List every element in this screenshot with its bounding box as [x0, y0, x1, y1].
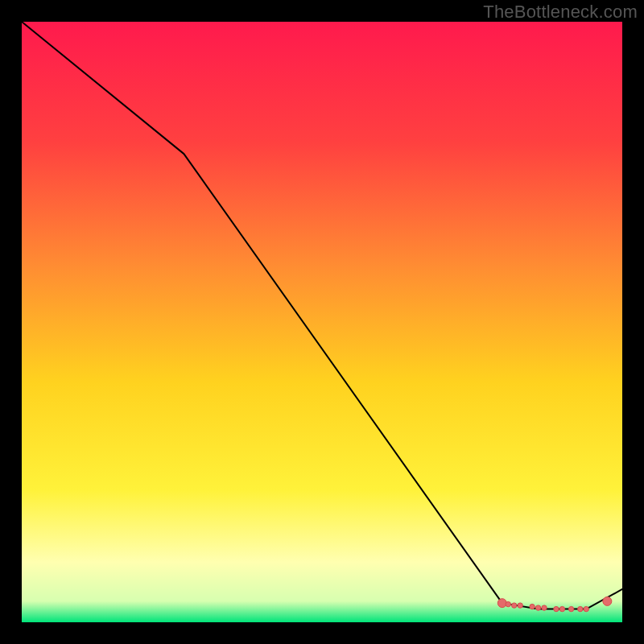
bottleneck-chart: [22, 22, 622, 622]
data-marker: [568, 606, 573, 611]
data-marker: [530, 604, 535, 609]
gradient-background: [22, 22, 622, 622]
data-marker: [518, 603, 522, 608]
data-marker: [542, 605, 547, 610]
data-marker: [512, 603, 517, 608]
chart-frame: TheBottleneck.com: [0, 0, 644, 644]
data-marker: [559, 606, 564, 611]
data-marker: [554, 606, 559, 611]
data-marker: [535, 605, 540, 610]
data-marker: [506, 601, 510, 606]
data-marker: [584, 606, 588, 611]
data-marker: [497, 599, 506, 608]
watermark-text: TheBottleneck.com: [483, 2, 638, 23]
plot-area: [22, 22, 622, 622]
data-marker: [578, 606, 583, 611]
data-marker: [603, 597, 612, 605]
